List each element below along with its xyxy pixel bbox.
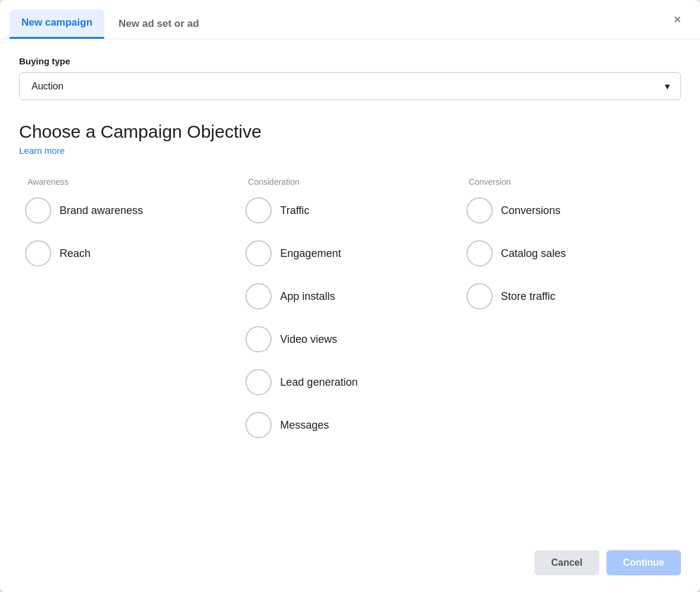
- conversion-column: Conversion Conversions Catalog sales Sto…: [461, 177, 681, 526]
- radio-messages[interactable]: [245, 412, 272, 438]
- radio-traffic[interactable]: [245, 197, 272, 224]
- cancel-button[interactable]: Cancel: [534, 550, 599, 575]
- conversion-column-label: Conversion: [466, 177, 675, 187]
- tab-new-campaign[interactable]: New campaign: [10, 10, 104, 39]
- continue-button[interactable]: Continue: [606, 550, 681, 575]
- buying-type-label: Buying type: [19, 56, 681, 66]
- consideration-column-label: Consideration: [245, 177, 454, 187]
- dialog-body: Buying type Auction Reach and Frequency …: [0, 39, 700, 541]
- option-reach[interactable]: Reach: [25, 240, 234, 266]
- radio-app-installs[interactable]: [245, 283, 272, 309]
- label-brand-awareness: Brand awareness: [60, 204, 143, 217]
- label-traffic: Traffic: [280, 204, 309, 217]
- radio-catalog-sales[interactable]: [466, 240, 493, 266]
- label-engagement: Engagement: [280, 247, 341, 260]
- option-engagement[interactable]: Engagement: [245, 240, 454, 266]
- consideration-column: Consideration Traffic Engagement App ins…: [239, 177, 460, 526]
- awareness-column: Awareness Brand awareness Reach: [19, 177, 239, 526]
- option-video-views[interactable]: Video views: [245, 326, 454, 352]
- learn-more-link[interactable]: Learn more: [19, 145, 681, 156]
- label-reach: Reach: [60, 247, 91, 260]
- label-lead-generation: Lead generation: [280, 376, 357, 389]
- objectives-grid: Awareness Brand awareness Reach Consider…: [19, 177, 681, 526]
- option-conversions[interactable]: Conversions: [466, 197, 675, 224]
- tab-new-ad-set[interactable]: New ad set or ad: [107, 11, 211, 38]
- label-app-installs: App installs: [280, 290, 335, 303]
- option-traffic[interactable]: Traffic: [245, 197, 454, 224]
- new-campaign-dialog: New campaign New ad set or ad × Buying t…: [0, 0, 700, 592]
- option-store-traffic[interactable]: Store traffic: [466, 283, 675, 309]
- radio-store-traffic[interactable]: [466, 283, 493, 309]
- label-catalog-sales: Catalog sales: [501, 247, 566, 260]
- radio-reach[interactable]: [25, 240, 51, 266]
- option-catalog-sales[interactable]: Catalog sales: [466, 240, 675, 266]
- awareness-column-label: Awareness: [25, 177, 234, 187]
- label-video-views: Video views: [280, 333, 337, 346]
- radio-brand-awareness[interactable]: [25, 197, 51, 224]
- option-brand-awareness[interactable]: Brand awareness: [25, 197, 234, 224]
- radio-video-views[interactable]: [245, 326, 272, 352]
- radio-engagement[interactable]: [245, 240, 272, 266]
- buying-type-select-wrapper: Auction Reach and Frequency TRP Buying ▼: [19, 72, 681, 100]
- radio-lead-generation[interactable]: [245, 369, 272, 395]
- label-store-traffic: Store traffic: [501, 290, 556, 303]
- option-lead-generation[interactable]: Lead generation: [245, 369, 454, 395]
- close-button[interactable]: ×: [667, 9, 688, 30]
- buying-type-select[interactable]: Auction Reach and Frequency TRP Buying: [19, 72, 681, 100]
- dialog-footer: Cancel Continue: [0, 541, 700, 592]
- option-app-installs[interactable]: App installs: [245, 283, 454, 309]
- option-messages[interactable]: Messages: [245, 412, 454, 438]
- radio-conversions[interactable]: [466, 197, 493, 224]
- label-conversions: Conversions: [501, 204, 561, 217]
- dialog-header: New campaign New ad set or ad ×: [0, 0, 700, 39]
- objective-heading: Choose a Campaign Objective: [19, 122, 681, 142]
- label-messages: Messages: [280, 419, 329, 432]
